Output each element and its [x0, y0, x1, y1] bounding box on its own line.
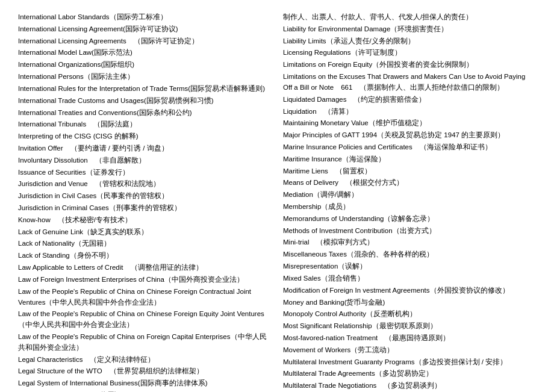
list-item: International Treaties and Conventions(国… — [18, 108, 271, 119]
list-item: Lack of Genuine Link（缺乏真实的联系） — [18, 227, 271, 238]
list-item: Methods of Investment Contribution（出资方式） — [283, 226, 536, 237]
list-item: Limitations on Foreign Equity（外国投资者的资金比例… — [283, 60, 536, 70]
list-item: Multilateral Trade Negotiations （多边贸易谈判） — [283, 381, 536, 391]
list-item: Monopoly Control Authority（反垄断机构） — [283, 309, 536, 320]
list-item: International Trade Customs and Usages(国… — [18, 96, 271, 107]
left-column: International Labor Standards（国际劳工标准）Int… — [18, 12, 271, 392]
list-item: 制作人、出票人、付款人、背书人、代发人/担保人的责任） — [283, 12, 536, 23]
list-item: Maritime Insurance（海运保险） — [283, 154, 536, 165]
list-item: Membership（成员） — [283, 202, 536, 213]
list-item: Mini-trial （模拟审判方式） — [283, 237, 536, 248]
list-item: Major Principles of GATT 1994（关税及贸易总协定 1… — [283, 130, 536, 141]
list-item: Most Significant Relationship（最密切联系原则） — [283, 321, 536, 332]
list-item: Liquidation （清算） — [283, 107, 536, 117]
list-item: Involuntary Dissolution （非自愿解散） — [18, 155, 271, 166]
list-item: Mixed Sales（混合销售） — [283, 273, 536, 284]
list-item: Liability Limits（承运人责任/义务的限制） — [283, 36, 536, 47]
list-item: International Organizations(国际组织) — [18, 60, 271, 70]
list-item: Law of Foreign Investment Enterprises of… — [18, 275, 271, 285]
list-item: Know-how （技术秘密/专有技术） — [18, 215, 271, 226]
list-item: Liquidated Damages （约定的损害赔偿金） — [283, 95, 536, 105]
list-item: Multilateral Trade Agreements（多边贸易协定） — [283, 369, 536, 379]
list-item: Mediation（调停/调解） — [283, 190, 536, 201]
list-item: Limitations on the Excuses That Drawers … — [283, 72, 536, 93]
list-item: Jurisdiction and Venue （管辖权和法院地） — [18, 179, 271, 190]
list-item: Misrepresentation（误解） — [283, 261, 536, 272]
list-item: Means of Delivery （根据交付方式） — [283, 178, 536, 188]
list-item: International Rules for the Interpretati… — [18, 84, 271, 95]
list-item: International Licensing Agreement(国际许可证协… — [18, 24, 271, 35]
list-item: Memorandums of Understanding（谅解备忘录） — [283, 214, 536, 225]
list-item: Maintaining Monetary Value（维护币值稳定） — [283, 118, 536, 129]
list-item: Most-favored-nation Treatment （最惠国待遇原则） — [283, 333, 536, 344]
list-item: Legal Structure of the WTO （世界贸易组织的法律框架） — [18, 366, 271, 377]
list-item: Multilateral Investment Guaranty Program… — [283, 357, 536, 368]
list-item: Modification of Foreign In vestment Agre… — [283, 285, 536, 296]
list-item: International Persons（国际法主体） — [18, 72, 271, 82]
list-item: Legal Characteristics （定义和法律特征） — [18, 355, 271, 366]
list-item: Licensing Regulations（许可证制度） — [283, 48, 536, 58]
list-item: Law Applicable to Letters of Credit （调整信… — [18, 263, 271, 273]
list-item: Lack of Standing（身份不明） — [18, 250, 271, 261]
list-item: Marine Insurance Policies and Certificat… — [283, 142, 536, 153]
list-item: Money and Banking(货币与金融) — [283, 297, 536, 308]
list-item: Legal System of International Business(国… — [18, 378, 271, 389]
list-item: Invitation Offer （要约邀请 / 要约引诱 / 询盘） — [18, 143, 271, 154]
list-item: Maritime Liens （留置权） — [283, 166, 536, 177]
list-item: Law of the People's Republic of China on… — [18, 309, 271, 331]
list-item: Lack of Nationality（无国籍） — [18, 238, 271, 249]
list-item: Jurisdiction in Criminal Cases（刑事案件的管辖权） — [18, 203, 271, 214]
right-column: 制作人、出票人、付款人、背书人、代发人/担保人的责任）Liability for… — [283, 12, 536, 392]
list-item: Liability for Environmental Damage（环境损害责… — [283, 24, 536, 35]
list-item: Interpreting of the CISG (CISG 的解释) — [18, 131, 271, 142]
list-item: International Tribunals （国际法庭） — [18, 119, 271, 130]
list-item: Law of the People's Republic of China on… — [18, 287, 271, 308]
list-item: Law of the People's Republic of China on… — [18, 332, 271, 353]
list-item: International Labor Standards（国际劳工标准） — [18, 12, 271, 23]
list-item: International Model Law(国际示范法) — [18, 48, 271, 58]
list-item: International Licensing Agreements （国际许可… — [18, 36, 271, 47]
main-content: International Labor Standards（国际劳工标准）Int… — [18, 12, 536, 392]
list-item: Jurisdiction in Civil Cases（民事案件的管辖权） — [18, 191, 271, 202]
list-item: Issuance of Securities（证券发行） — [18, 167, 271, 178]
list-item: Miscellaneous Taxes（混杂的、各种各样的税） — [283, 249, 536, 260]
list-item: Movement of Workers（劳工流动） — [283, 345, 536, 356]
